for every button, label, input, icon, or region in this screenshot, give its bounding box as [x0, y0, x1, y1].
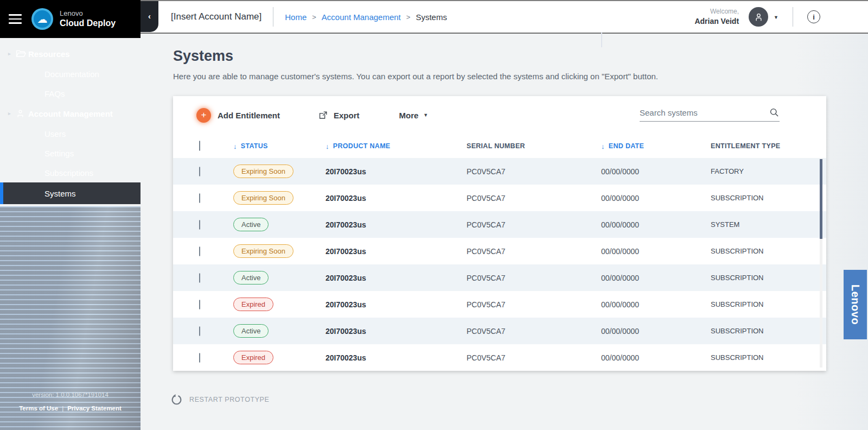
status-badge: Active [233, 324, 269, 338]
sidebar-item-subscriptions[interactable]: Subscriptions [0, 163, 141, 182]
column-header-entitlement-type[interactable]: ENTITLEMENT TYPE [711, 142, 826, 150]
welcome-block: Welcome, Adrian Veidt [694, 8, 739, 26]
user-icon [9, 109, 28, 119]
serial-number-cell: PC0V5CA7 [467, 274, 601, 282]
search-icon[interactable] [769, 107, 780, 118]
product-name-cell: 20I70023us [326, 247, 467, 256]
sidebar-nav: Resources Documentation FAQs Account Man… [0, 38, 141, 204]
select-all-checkbox[interactable] [199, 141, 200, 151]
sidebar-item-label: Users [44, 129, 66, 138]
account-name: [Insert Account Name] [171, 11, 261, 22]
table-row: Active 20I70023us PC0V5CA7 00/00/0000 SU… [173, 318, 826, 344]
search-input[interactable] [640, 108, 769, 117]
serial-number-cell: PC0V5CA7 [467, 220, 601, 229]
entitlement-type-cell: SUBSCRIPTION [711, 247, 826, 255]
column-header-status[interactable]: STATUS [233, 142, 326, 150]
status-badge: Active [233, 218, 269, 231]
add-entitlement-button[interactable]: + Add Entitlement [196, 108, 280, 123]
header-divider [273, 7, 273, 27]
sidebar-item-documentation[interactable]: Documentation [0, 64, 141, 84]
sidebar-item-systems[interactable]: Systems [0, 182, 141, 204]
column-header-product-name[interactable]: PRODUCT NAME [326, 142, 467, 150]
status-badge: Expiring Soon [233, 191, 293, 205]
product-name-cell: 20I70023us [326, 220, 467, 229]
table-header-row: STATUS PRODUCT NAME SERIAL NUMBER END DA… [173, 134, 826, 158]
logo-brand: Lenovo [60, 9, 116, 18]
breadcrumb-account-management[interactable]: Account Management [322, 12, 401, 22]
export-label: Export [334, 111, 360, 120]
row-checkbox[interactable] [199, 167, 200, 176]
end-date-cell: 00/00/0000 [601, 274, 711, 282]
end-date-cell: 00/00/0000 [601, 194, 711, 203]
sidebar-item-settings[interactable]: Settings [0, 143, 141, 163]
export-icon [318, 110, 328, 121]
sidebar-item-label: FAQs [44, 89, 65, 98]
product-name-cell: 20I70023us [326, 274, 467, 282]
sort-desc-icon [233, 142, 237, 150]
table-scrollbar-track [820, 158, 822, 368]
column-header-serial-number[interactable]: SERIAL NUMBER [467, 142, 601, 150]
row-checkbox[interactable] [199, 273, 200, 283]
sidebar-item-label: Systems [44, 189, 76, 198]
header-divider [793, 7, 793, 27]
privacy-statement-link[interactable]: Privacy Statement [67, 405, 122, 412]
end-date-cell: 00/00/0000 [601, 300, 711, 309]
hamburger-menu-icon[interactable] [9, 14, 22, 24]
restart-prototype-button[interactable]: RESTART PROTOTYPE [171, 394, 868, 405]
lenovo-feedback-tab[interactable]: Lenovo [844, 270, 867, 339]
serial-number-cell: PC0V5CA7 [467, 247, 601, 256]
sidebar-item-faqs[interactable]: FAQs [0, 84, 141, 103]
table-row: Expired 20I70023us PC0V5CA7 00/00/0000 S… [173, 291, 826, 318]
sidebar-section-resources[interactable]: Resources [0, 43, 141, 64]
table-scrollbar-thumb[interactable] [820, 159, 822, 239]
info-button[interactable]: i [807, 10, 820, 23]
end-date-cell: 00/00/0000 [601, 220, 711, 229]
breadcrumb-separator [312, 13, 316, 21]
sidebar: Lenovo Cloud Deploy Resources Documentat… [0, 0, 141, 430]
scroll-divider-line [601, 32, 602, 47]
serial-number-cell: PC0V5CA7 [467, 300, 601, 309]
terms-of-use-link[interactable]: Terms of Use [19, 405, 58, 412]
user-name: Adrian Veidt [694, 16, 739, 26]
top-bar: [Insert Account Name] Home Account Manag… [141, 0, 868, 34]
restart-icon [171, 394, 182, 405]
sidebar-section-label: Account Management [28, 109, 113, 118]
legal-separator: | [62, 405, 63, 412]
end-date-cell: 00/00/0000 [601, 327, 711, 336]
sidebar-footer: version: 1.0.0.1067*191014 Terms of Use|… [0, 391, 141, 412]
sidebar-section-label: Resources [28, 49, 70, 59]
more-button[interactable]: More [399, 111, 429, 120]
end-date-cell: 00/00/0000 [601, 353, 711, 362]
row-checkbox[interactable] [199, 326, 200, 336]
entitlement-type-cell: SUBSCRIPTION [711, 194, 826, 202]
product-name-cell: 20I70023us [326, 194, 467, 203]
breadcrumb: Home Account Management Systems [285, 12, 447, 22]
row-checkbox[interactable] [199, 246, 200, 256]
column-header-end-date[interactable]: END DATE [601, 142, 711, 150]
sidebar-collapse-button[interactable] [141, 1, 158, 32]
logo-product: Cloud Deploy [60, 18, 116, 29]
folder-icon [9, 48, 28, 60]
sidebar-section-account-management[interactable]: Account Management [0, 103, 141, 124]
restart-label: RESTART PROTOTYPE [189, 396, 270, 403]
breadcrumb-home[interactable]: Home [285, 12, 307, 22]
more-label: More [399, 111, 419, 120]
caret-right-icon [0, 51, 9, 56]
serial-number-cell: PC0V5CA7 [467, 167, 601, 176]
sidebar-item-users[interactable]: Users [0, 124, 141, 143]
row-checkbox[interactable] [199, 353, 200, 363]
table-row: Expiring Soon 20I70023us PC0V5CA7 00/00/… [173, 185, 826, 211]
entitlement-type-cell: SUBSCRIPTION [711, 327, 826, 335]
product-name-cell: 20I70023us [326, 167, 467, 176]
user-menu-button[interactable] [749, 7, 778, 27]
sort-desc-icon [601, 142, 605, 150]
row-checkbox[interactable] [199, 193, 200, 203]
export-button[interactable]: Export [318, 110, 360, 121]
row-checkbox[interactable] [199, 300, 200, 309]
table-row: Expired 20I70023us PC0V5CA7 00/00/0000 S… [173, 344, 826, 371]
row-checkbox[interactable] [199, 220, 200, 230]
entitlement-type-cell: FACTORY [711, 167, 826, 175]
caret-right-icon [0, 111, 9, 116]
table-row: Active 20I70023us PC0V5CA7 00/00/0000 SU… [173, 264, 826, 291]
table-row: Expiring Soon 20I70023us PC0V5CA7 00/00/… [173, 238, 826, 264]
